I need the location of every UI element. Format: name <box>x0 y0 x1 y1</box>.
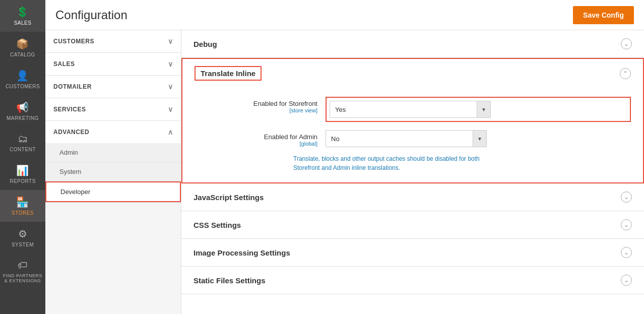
storefront-row: Enabled for Storefront [store view] Yes … <box>235 93 631 126</box>
sidebar-item-customers-label: CUSTOMERS <box>6 84 40 89</box>
customers-icon: 👤 <box>16 70 29 82</box>
translate-inline-body: Enabled for Storefront [store view] Yes … <box>182 88 643 182</box>
section-translate-inline: Translate Inline ⌃ Enabled for Storefron… <box>181 58 644 183</box>
storefront-select[interactable]: Yes No <box>330 102 477 117</box>
static-files-title: Static Files Settings <box>194 276 266 285</box>
nav-dotmailer-label: DOTMAILER <box>53 83 92 90</box>
content-area: CUSTOMERS ∨ SALES ∨ DOTMAILER ∨ SERVICES <box>45 30 644 314</box>
debug-title: Debug <box>194 40 217 48</box>
collapse-translate-icon: ⌃ <box>620 68 631 79</box>
admin-label: Enabled for Admin [global] <box>235 130 326 147</box>
advanced-sub-items: Admin System Developer <box>45 143 181 202</box>
css-header[interactable]: CSS Settings ⌄ <box>181 211 644 238</box>
admin-sublabel: [global] <box>235 141 317 147</box>
sidebar-item-marketing-label: MARKETING <box>7 115 39 121</box>
sidebar-item-system-label: SYSTEM <box>12 242 34 247</box>
sub-item-system[interactable]: System <box>45 162 181 181</box>
admin-control: No Yes ▼ <box>326 130 631 147</box>
image-processing-title: Image Processing Settings <box>194 248 290 257</box>
select-arrow-icon: ▼ <box>477 101 490 117</box>
collapse-css-icon: ⌄ <box>621 219 632 230</box>
collapse-icon: ⌄ <box>621 38 632 49</box>
marketing-icon: 📢 <box>16 101 29 113</box>
chevron-up-icon: ∧ <box>168 128 173 136</box>
chevron-down-icon: ∨ <box>168 83 173 91</box>
chevron-down-icon: ∨ <box>168 105 173 113</box>
debug-header[interactable]: Debug ⌄ <box>181 30 644 57</box>
image-processing-header[interactable]: Image Processing Settings ⌄ <box>181 239 644 266</box>
css-title: CSS Settings <box>194 221 241 229</box>
sidebar-item-marketing[interactable]: 📢 MARKETING <box>0 95 45 127</box>
translate-info-text: Translate, blocks and other output cache… <box>293 154 495 172</box>
nav-item-advanced[interactable]: ADVANCED ∧ Admin System Developer <box>45 121 181 203</box>
catalog-icon: 📦 <box>16 38 29 50</box>
nav-item-dotmailer[interactable]: DOTMAILER ∨ <box>45 76 181 98</box>
sales-icon: 💲 <box>16 6 29 18</box>
system-icon: ⚙ <box>18 228 28 240</box>
sidebar-item-partners-label: FIND PARTNERS & EXTENSIONS <box>3 273 43 283</box>
admin-select-wrapper: No Yes ▼ <box>326 130 487 147</box>
sidebar-item-reports[interactable]: 📊 REPORTS <box>0 158 45 190</box>
config-nav: CUSTOMERS ∨ SALES ∨ DOTMAILER ∨ SERVICES <box>45 30 181 314</box>
javascript-title: JavaScript Settings <box>194 193 264 202</box>
chevron-down-icon: ∨ <box>168 37 173 45</box>
collapse-static-icon: ⌄ <box>621 275 632 286</box>
admin-row: Enabled for Admin [global] No Yes ▼ <box>235 126 631 151</box>
reports-icon: 📊 <box>16 164 29 176</box>
storefront-sublabel: [store view] <box>235 107 317 113</box>
sidebar-item-system[interactable]: ⚙ SYSTEM <box>0 222 45 254</box>
nav-customers-label: CUSTOMERS <box>53 38 94 45</box>
admin-select-arrow-icon: ▼ <box>473 131 486 147</box>
nav-services-label: SERVICES <box>53 106 86 113</box>
chevron-down-icon: ∨ <box>168 60 173 68</box>
section-static-files: Static Files Settings ⌄ <box>181 267 644 294</box>
nav-sales-label: SALES <box>53 60 75 68</box>
section-debug: Debug ⌄ <box>181 30 644 58</box>
nav-item-customers[interactable]: CUSTOMERS ∨ <box>45 30 181 53</box>
collapse-js-icon: ⌄ <box>621 192 632 203</box>
translate-inline-title: Translate Inline <box>195 66 262 81</box>
sub-item-admin[interactable]: Admin <box>45 143 181 162</box>
sidebar-item-content[interactable]: 🗂 CONTENT <box>0 127 45 158</box>
javascript-header[interactable]: JavaScript Settings ⌄ <box>181 183 644 211</box>
nav-item-sales[interactable]: SALES ∨ <box>45 53 181 76</box>
nav-advanced-label: ADVANCED <box>53 129 89 136</box>
storefront-label: Enabled for Storefront [store view] <box>235 97 326 113</box>
sidebar-item-reports-label: REPORTS <box>10 178 36 184</box>
sidebar-item-partners[interactable]: 🏷 FIND PARTNERS & EXTENSIONS <box>0 254 45 289</box>
page-header: Configuration Save Config <box>45 0 644 30</box>
page-title: Configuration <box>55 8 127 22</box>
sidebar-item-catalog[interactable]: 📦 CATALOG <box>0 32 45 64</box>
config-content: Debug ⌄ Translate Inline ⌃ Enabled for S… <box>181 30 644 314</box>
collapse-img-icon: ⌄ <box>621 247 632 258</box>
partners-icon: 🏷 <box>18 260 28 271</box>
sidebar-item-sales-label: SALES <box>14 20 32 26</box>
main-area: Configuration Save Config CUSTOMERS ∨ SA… <box>45 0 644 314</box>
admin-select[interactable]: No Yes <box>326 132 473 146</box>
content-icon: 🗂 <box>18 133 28 145</box>
sidebar-item-stores[interactable]: 🏪 STORES <box>0 190 45 222</box>
section-css: CSS Settings ⌄ <box>181 211 644 239</box>
sidebar-item-catalog-label: CATALOG <box>10 52 35 57</box>
sidebar-item-content-label: CONTENT <box>10 147 36 152</box>
section-javascript: JavaScript Settings ⌄ <box>181 183 644 211</box>
storefront-select-wrapper: Yes No ▼ <box>330 101 491 118</box>
sidebar-item-customers[interactable]: 👤 CUSTOMERS <box>0 64 45 95</box>
section-image-processing: Image Processing Settings ⌄ <box>181 239 644 267</box>
sidebar-item-stores-label: STORES <box>12 210 34 216</box>
sidebar: 💲 SALES 📦 CATALOG 👤 CUSTOMERS 📢 MARKETIN… <box>0 0 45 314</box>
sub-item-developer[interactable]: Developer <box>45 181 181 202</box>
sidebar-item-sales[interactable]: 💲 SALES <box>0 0 45 32</box>
nav-item-services[interactable]: SERVICES ∨ <box>45 98 181 121</box>
stores-icon: 🏪 <box>16 196 29 208</box>
translate-inline-header[interactable]: Translate Inline ⌃ <box>182 59 643 88</box>
static-files-header[interactable]: Static Files Settings ⌄ <box>181 267 644 294</box>
storefront-control: Yes No ▼ <box>326 97 631 122</box>
save-config-button[interactable]: Save Config <box>573 6 634 24</box>
